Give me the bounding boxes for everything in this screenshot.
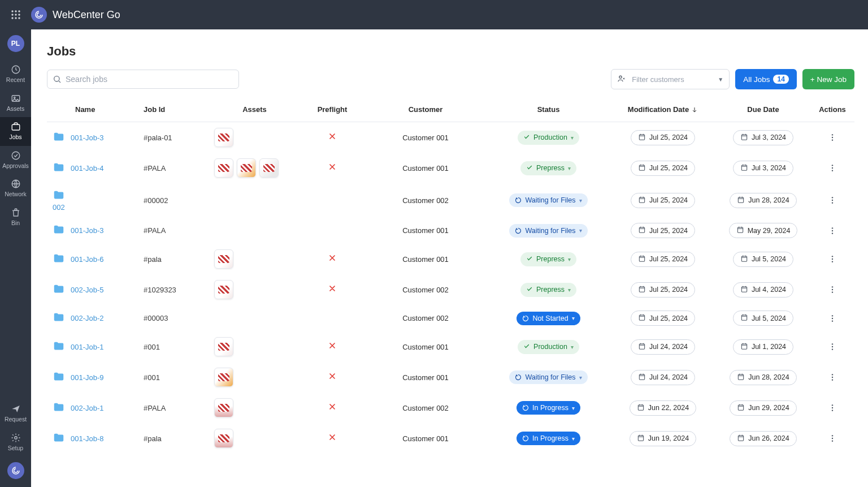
row-actions-button[interactable] (813, 226, 852, 235)
asset-thumbnail[interactable] (214, 249, 233, 269)
sidebar-item-setup[interactable]: Setup (0, 428, 31, 457)
sidebar-item-label: Jobs (9, 134, 21, 140)
col-customer[interactable]: Customer (366, 105, 485, 114)
job-name-link[interactable]: 002-Job-5 (71, 286, 104, 294)
asset-thumbnail[interactable] (214, 280, 233, 299)
modification-date-chip[interactable]: Jul 25, 2024 (631, 282, 695, 298)
asset-thumbnail[interactable] (237, 158, 256, 178)
due-date-chip[interactable]: Jun 28, 2024 (730, 193, 796, 208)
due-date-chip[interactable]: Jul 5, 2024 (733, 252, 793, 267)
modification-date-chip[interactable]: Jul 25, 2024 (631, 130, 695, 145)
apps-menu-button[interactable] (0, 0, 31, 29)
col-name[interactable]: Name (47, 105, 140, 114)
asset-thumbnail[interactable] (259, 158, 279, 178)
asset-thumbnail[interactable] (214, 398, 233, 417)
row-actions-button[interactable] (813, 163, 852, 173)
job-name-link[interactable]: 001-Job-6 (71, 255, 104, 264)
calendar-icon (737, 373, 745, 382)
job-name-link[interactable]: 001-Job-3 (71, 226, 104, 235)
status-pill[interactable]: Prepress ▾ (520, 252, 576, 266)
asset-thumbnail[interactable] (214, 429, 233, 448)
asset-thumbnail[interactable] (214, 337, 233, 356)
svg-rect-64 (739, 404, 744, 410)
search-input[interactable] (47, 70, 239, 89)
modification-date-chip[interactable]: Jul 24, 2024 (631, 370, 695, 385)
row-actions-button[interactable] (813, 196, 852, 205)
modification-date-chip[interactable]: Jul 25, 2024 (631, 161, 695, 176)
row-actions-button[interactable] (813, 255, 852, 264)
all-jobs-button[interactable]: All Jobs 14 (735, 69, 797, 89)
due-date-chip[interactable]: Jun 26, 2024 (730, 431, 796, 446)
svg-point-17 (619, 76, 622, 78)
job-name-link[interactable]: 001-Job-3 (71, 133, 104, 142)
col-mod-date[interactable]: Modification Date (612, 105, 714, 114)
user-avatar[interactable]: PL (7, 35, 24, 52)
row-actions-button[interactable] (813, 434, 852, 443)
job-name-link[interactable]: 001-Job-8 (71, 434, 104, 443)
modification-date-chip[interactable]: Jun 22, 2024 (630, 400, 696, 416)
asset-thumbnail[interactable] (214, 158, 233, 178)
status-pill[interactable]: Not Started ▾ (517, 312, 580, 325)
due-date-chip[interactable]: Jul 1, 2024 (733, 339, 793, 355)
job-name-link[interactable]: 002-Job-2 (71, 314, 104, 322)
status-pill[interactable]: Waiting for Files ▾ (509, 370, 587, 384)
sidebar-item-bin[interactable]: Bin (0, 203, 31, 232)
sidebar-item-approvals[interactable]: Approvals (0, 146, 31, 175)
modification-date-chip[interactable]: Jul 24, 2024 (631, 339, 695, 355)
row-actions-button[interactable] (813, 373, 852, 382)
asset-thumbnail[interactable] (214, 128, 233, 147)
modification-date-chip[interactable]: Jul 25, 2024 (631, 193, 695, 208)
due-date-chip[interactable]: Jul 4, 2024 (733, 282, 793, 298)
sidebar-item-jobs[interactable]: Jobs (0, 117, 31, 146)
status-pill[interactable]: In Progress ▾ (517, 432, 580, 445)
status-pill[interactable]: Waiting for Files ▾ (509, 224, 587, 238)
status-pill[interactable]: Prepress ▾ (520, 283, 576, 297)
sidebar-item-recent[interactable]: Recent (0, 60, 31, 89)
due-date-chip[interactable]: Jul 3, 2024 (733, 161, 793, 176)
modification-date-chip[interactable]: Jul 25, 2024 (631, 252, 695, 267)
job-name-link[interactable]: 002-Job-1 (71, 404, 104, 412)
col-job-id[interactable]: Job Id (140, 105, 211, 114)
modification-date-chip[interactable]: Jul 25, 2024 (631, 311, 695, 326)
sidebar-item-network[interactable]: Network (0, 174, 31, 203)
status-label: Prepress (536, 164, 565, 172)
svg-point-61 (832, 377, 833, 378)
job-name-link[interactable]: 001-Job-4 (71, 164, 104, 173)
job-id-cell: #1029323 (140, 286, 211, 294)
due-date-chip[interactable]: May 29, 2024 (729, 223, 798, 238)
date-label: Jul 25, 2024 (649, 133, 688, 141)
due-date-chip[interactable]: Jun 29, 2024 (730, 400, 796, 416)
date-label: Jul 25, 2024 (649, 286, 688, 294)
due-date-chip[interactable]: Jul 3, 2024 (733, 130, 793, 145)
modification-date-chip[interactable]: Jun 19, 2024 (630, 431, 696, 446)
asset-thumbnail[interactable] (214, 368, 233, 387)
job-name-link[interactable]: 002 (53, 203, 65, 212)
due-date-chip[interactable]: Jun 28, 2024 (730, 370, 796, 385)
job-id-cell: #PALA (140, 164, 211, 173)
brand-footer-icon[interactable] (7, 462, 24, 479)
customer-filter[interactable]: Filter customers ▼ (611, 69, 730, 89)
col-due-date[interactable]: Due Date (714, 105, 813, 114)
row-actions-button[interactable] (813, 133, 852, 142)
sidebar-item-assets[interactable]: Assets (0, 89, 31, 118)
row-actions-button[interactable] (813, 285, 852, 294)
modification-date-chip[interactable]: Jul 25, 2024 (631, 223, 695, 238)
status-pill[interactable]: Prepress ▾ (520, 161, 576, 175)
row-actions-button[interactable] (813, 342, 852, 351)
col-assets[interactable]: Assets (211, 105, 298, 114)
calendar-icon (737, 403, 745, 413)
due-date-chip[interactable]: Jul 5, 2024 (733, 311, 793, 326)
status-pill[interactable]: Production ▾ (518, 340, 579, 354)
new-job-button[interactable]: + New Job (802, 69, 854, 89)
row-actions-button[interactable] (813, 403, 852, 412)
col-preflight[interactable]: Preflight (298, 105, 366, 114)
status-pill[interactable]: Waiting for Files ▾ (509, 193, 587, 207)
col-status[interactable]: Status (485, 105, 612, 114)
job-name-link[interactable]: 001-Job-9 (71, 373, 104, 382)
sidebar-item-request[interactable]: Request (0, 399, 31, 428)
status-pill[interactable]: In Progress ▾ (517, 401, 580, 415)
chevron-down-icon: ▾ (568, 256, 571, 262)
row-actions-button[interactable] (813, 314, 852, 323)
job-name-link[interactable]: 001-Job-1 (71, 343, 104, 351)
status-pill[interactable]: Production ▾ (518, 131, 579, 145)
